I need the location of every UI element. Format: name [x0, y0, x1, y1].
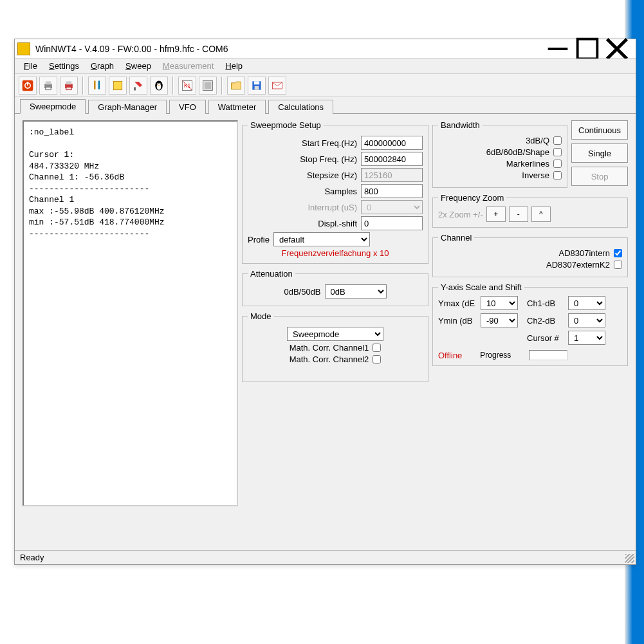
- start-freq-input[interactable]: [361, 136, 423, 150]
- freq-zoom-legend: Frequency Zoom: [438, 193, 506, 203]
- tab-wattmeter[interactable]: Wattmeter: [208, 100, 266, 114]
- yaxis-group: Y-axis Scale and Shift Ymax (dE 10 Ch1-d…: [432, 282, 628, 366]
- menu-file[interactable]: File: [19, 60, 42, 72]
- yaxis-legend: Y-axis Scale and Shift: [438, 282, 524, 292]
- svg-rect-12: [66, 87, 71, 89]
- menu-measurement: Measurement: [158, 60, 219, 72]
- bw-6db-label: 6dB/60dB/Shape: [486, 147, 549, 157]
- svg-point-20: [160, 82, 161, 84]
- channel-legend: Channel: [438, 233, 474, 243]
- power-icon[interactable]: [19, 77, 37, 95]
- app-window: WinNWT4 - V.4.09 - FW:0.00 - hfm9.hfc - …: [14, 39, 636, 565]
- ymin-select[interactable]: -90: [481, 313, 518, 327]
- svg-point-18: [157, 83, 161, 89]
- mail-icon[interactable]: [268, 77, 286, 95]
- displ-shift-input[interactable]: [361, 216, 423, 230]
- bw-inverse-checkbox[interactable]: [553, 171, 562, 179]
- svg-rect-15: [113, 81, 122, 89]
- save-icon[interactable]: [248, 77, 266, 95]
- app-icon: [17, 42, 30, 55]
- math-ch2-checkbox[interactable]: [373, 355, 381, 363]
- interrupt-label: Interrupt (uS): [308, 203, 357, 212]
- titlebar: WinNWT4 - V.4.09 - FW:0.00 - hfm9.hfc - …: [15, 39, 636, 59]
- channel-extern-checkbox[interactable]: [614, 261, 622, 269]
- stop-button: Stop: [571, 167, 628, 186]
- ymax-select[interactable]: 10: [481, 296, 518, 310]
- tab-vfo[interactable]: VFO: [169, 100, 206, 114]
- menubar: File Settings Graph Sweep Measurement He…: [15, 59, 636, 74]
- cursor1-icon[interactable]: K1: [178, 77, 196, 95]
- tools-icon[interactable]: [88, 77, 106, 95]
- stepsize-label: Stepsize (Hz): [307, 170, 357, 180]
- bw-markerlines-checkbox[interactable]: [553, 160, 562, 168]
- channel-intern-label: AD8307intern: [559, 248, 611, 258]
- folder-open-icon[interactable]: [227, 77, 245, 95]
- continuous-button[interactable]: Continuous: [571, 120, 628, 140]
- ymax-label: Ymax (dE: [438, 299, 477, 308]
- resize-grip[interactable]: [625, 554, 634, 563]
- samples-input[interactable]: [361, 184, 423, 198]
- mode-select[interactable]: Sweepmode: [287, 327, 383, 341]
- zoom-reset-button[interactable]: ^: [531, 207, 551, 222]
- sweepmode-setup-group: Sweepmode Setup Start Freq.(Hz) Stop Fre…: [242, 120, 428, 264]
- freq-zoom-group: Frequency Zoom 2x Zoom +/- + - ^: [432, 193, 628, 228]
- ch1db-select[interactable]: 0: [568, 296, 605, 310]
- tab-bar: Sweepmode Graph-Manager VFO Wattmeter Ca…: [15, 97, 636, 114]
- profile-label: Profie: [248, 235, 270, 244]
- bw-6db-checkbox[interactable]: [553, 148, 562, 156]
- bandwidth-legend: Bandwidth: [438, 120, 483, 130]
- cursor-num-label: Cursor #: [527, 333, 564, 343]
- stop-freq-input[interactable]: [361, 152, 423, 166]
- mode-group: Mode Sweepmode Math. Corr. Channel1 Math…: [242, 311, 428, 382]
- ymin-label: Ymin (dB: [438, 316, 477, 326]
- sweepmode-setup-legend: Sweepmode Setup: [248, 120, 324, 130]
- tab-graph-manager[interactable]: Graph-Manager: [88, 100, 167, 114]
- maximize-button[interactable]: [573, 39, 602, 59]
- tab-sweepmode[interactable]: Sweepmode: [20, 99, 86, 114]
- close-button[interactable]: [602, 39, 632, 59]
- bw-markerlines-label: Markerlines: [506, 159, 549, 169]
- bandwidth-group: Bandwidth 3dB/Q 6dB/60dB/Shape Markerlin…: [432, 120, 567, 188]
- menu-sweep[interactable]: Sweep: [120, 60, 156, 72]
- bw-3db-label: 3dB/Q: [526, 136, 549, 145]
- svg-rect-25: [205, 82, 211, 89]
- status-bar: Ready: [15, 550, 636, 564]
- ch2db-label: Ch2-dB: [527, 316, 564, 326]
- cursor2-icon[interactable]: [199, 77, 217, 95]
- profile-select[interactable]: default: [273, 232, 370, 246]
- minimize-button[interactable]: [543, 39, 573, 59]
- math-ch1-label: Math. Corr. Channel1: [290, 343, 369, 353]
- window-title: WinNWT4 - V.4.09 - FW:0.00 - hfm9.hfc - …: [35, 44, 543, 54]
- ch2db-select[interactable]: 0: [568, 313, 605, 327]
- bw-3db-checkbox[interactable]: [553, 136, 562, 145]
- start-freq-label: Start Freq.(Hz): [302, 138, 357, 148]
- svg-rect-14: [98, 80, 100, 89]
- attenuation-select[interactable]: 0dB: [325, 284, 387, 299]
- zoom-plus-button[interactable]: +: [486, 207, 506, 222]
- displ-shift-label: Displ.-shift: [318, 219, 357, 228]
- math-ch1-checkbox[interactable]: [373, 344, 381, 352]
- readout-panel: :no_label Cursor 1: 484.733320 MHz Chann…: [23, 120, 238, 506]
- channel-extern-label: AD8307externK2: [546, 260, 610, 270]
- zoom-minus-button[interactable]: -: [509, 207, 528, 222]
- menu-settings[interactable]: Settings: [44, 60, 84, 72]
- multiplier-note: Frequenzvervielfachung x 10: [248, 248, 423, 258]
- svg-point-19: [158, 82, 159, 84]
- wrench-icon[interactable]: [129, 77, 147, 95]
- print-pdf-icon[interactable]: [60, 77, 78, 95]
- penguin-icon[interactable]: [150, 77, 168, 95]
- offline-status: Offline: [438, 351, 462, 360]
- bw-inverse-label: Inverse: [522, 170, 549, 180]
- ch1db-label: Ch1-dB: [527, 299, 564, 308]
- stepsize-input: [361, 168, 423, 182]
- channel-intern-checkbox[interactable]: [614, 249, 622, 257]
- firmware-icon[interactable]: [109, 77, 127, 95]
- channel-group: Channel AD8307intern AD8307externK2: [432, 233, 628, 277]
- menu-help[interactable]: Help: [220, 60, 248, 72]
- single-button[interactable]: Single: [571, 143, 628, 163]
- menu-graph[interactable]: Graph: [86, 60, 119, 72]
- svg-rect-9: [46, 87, 51, 89]
- print-icon[interactable]: [39, 77, 57, 95]
- cursor-num-select[interactable]: 1: [568, 331, 605, 345]
- tab-calculations[interactable]: Calculations: [268, 100, 333, 114]
